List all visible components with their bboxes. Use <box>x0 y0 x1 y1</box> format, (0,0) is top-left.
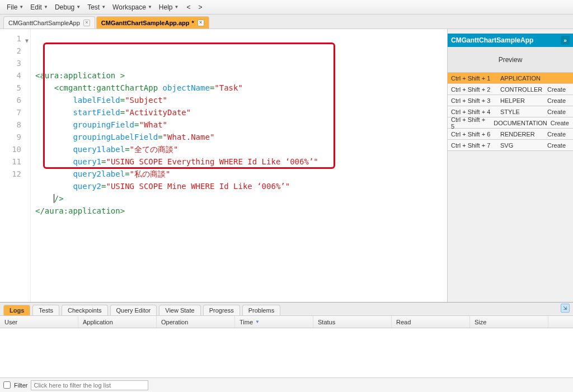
shortcut-label: Ctrl + Shift + 1 <box>451 75 497 82</box>
bundle-label: APPLICATION <box>500 75 544 82</box>
bundle-label: RENDERER <box>500 131 544 138</box>
dropdown-arrow-icon: ▼ <box>19 4 24 10</box>
log-column-user[interactable]: User <box>0 316 78 328</box>
code-line: labelField="Subject" <box>35 94 443 106</box>
bottom-tab-view-state[interactable]: View State <box>159 305 200 315</box>
bundle-label: HELPER <box>500 97 544 104</box>
log-column-status[interactable]: Status <box>313 316 392 328</box>
close-tab-icon[interactable]: × <box>198 20 204 26</box>
dirty-indicator: * <box>191 20 194 26</box>
editor-tab[interactable]: CMGanttChartSampleApp× <box>3 16 95 29</box>
side-panel-title-text: CMGanttChartSampleApp <box>451 36 533 44</box>
line-number: 4 <box>0 69 30 82</box>
bundle-item-helper[interactable]: Ctrl + Shift + 3HELPERCreate <box>448 95 573 106</box>
line-number: 7 <box>0 106 30 119</box>
code-editor[interactable]: ▼ 123456789101112 <aura:application > <c… <box>0 29 448 302</box>
menu-workspace[interactable]: Workspace▼ <box>109 2 156 13</box>
code-line: startField="ActivityDate" <box>35 106 443 119</box>
bundle-label: DOCUMENTATION <box>494 120 547 126</box>
code-line: query2label="私の商談" <box>35 168 443 180</box>
bottom-tab-checkpoints[interactable]: Checkpoints <box>62 305 108 315</box>
tab-label: CMGanttChartSampleApp <box>8 20 80 26</box>
code-line: <aura:application > <box>35 69 443 82</box>
shortcut-label: Ctrl + Shift + 4 <box>451 108 497 115</box>
dropdown-arrow-icon: ▼ <box>44 4 48 10</box>
line-number: 3 <box>0 57 30 69</box>
code-line: groupingLabelField="What.Name" <box>35 131 443 143</box>
bundle-item-svg[interactable]: Ctrl + Shift + 7SVGCreate <box>448 140 573 151</box>
code-line: query1label="全ての商談" <box>35 143 443 155</box>
editor-tab-bar: CMGanttChartSampleApp×CMGanttChartSample… <box>0 15 573 29</box>
dropdown-arrow-icon: ▼ <box>76 4 81 10</box>
bundle-label: CONTROLLER <box>500 86 544 93</box>
menu-file[interactable]: File▼ <box>3 2 27 13</box>
dropdown-arrow-icon: ▼ <box>175 4 179 10</box>
shortcut-label: Ctrl + Shift + 5 <box>451 116 490 130</box>
code-line: </aura:application> <box>35 205 443 217</box>
bottom-tab-logs[interactable]: Logs <box>3 305 30 315</box>
code-area[interactable]: <aura:application > <cmgantt:ganttChartA… <box>31 29 447 302</box>
code-line: query1="USING SCOPE Everything WHERE Id … <box>35 155 443 168</box>
log-column-size[interactable]: Size <box>470 316 548 328</box>
nav-back-button[interactable]: < <box>183 2 194 13</box>
code-line: groupingField="What" <box>35 119 443 131</box>
editor-tab[interactable]: CMGanttChartSampleApp.app*× <box>96 16 209 29</box>
bottom-panel: LogsTestsCheckpointsQuery EditorView Sta… <box>0 302 573 392</box>
bottom-tab-tests[interactable]: Tests <box>32 305 59 315</box>
line-number: 6 <box>0 94 30 106</box>
bundle-label: SVG <box>500 142 544 149</box>
line-number: 10 <box>0 143 30 155</box>
line-number: 11 <box>0 155 30 168</box>
panel-options-icon[interactable]: ⇲ <box>561 304 570 313</box>
create-link[interactable]: Create <box>547 108 570 115</box>
bundle-label: STYLE <box>500 108 544 115</box>
line-number: 12 <box>0 168 30 180</box>
filter-label: Filter <box>14 382 27 389</box>
create-link[interactable]: Create <box>547 86 570 93</box>
log-column-operation[interactable]: Operation <box>157 316 235 328</box>
bundle-item-renderer[interactable]: Ctrl + Shift + 6RENDERERCreate <box>448 129 573 140</box>
log-table-body <box>0 328 573 377</box>
close-tab-icon[interactable]: × <box>83 20 90 26</box>
filter-input[interactable] <box>31 380 148 390</box>
create-link[interactable]: Create <box>547 97 570 104</box>
menu-debug[interactable]: Debug▼ <box>51 2 84 13</box>
menu-test[interactable]: Test▼ <box>84 2 109 13</box>
menu-edit[interactable]: Edit▼ <box>27 2 51 13</box>
code-line: /> <box>35 192 443 205</box>
filter-bar: Filter <box>0 377 573 392</box>
create-link[interactable]: Create <box>547 131 570 138</box>
shortcut-label: Ctrl + Shift + 2 <box>451 86 497 93</box>
log-column-read[interactable]: Read <box>392 316 470 328</box>
shortcut-label: Ctrl + Shift + 3 <box>451 97 497 104</box>
line-number: 8 <box>0 119 30 131</box>
bottom-tab-bar: LogsTestsCheckpointsQuery EditorView Sta… <box>0 303 573 316</box>
code-line: <cmgantt:ganttChartApp objectName="Task" <box>35 82 443 94</box>
nav-forward-button[interactable]: > <box>195 2 205 13</box>
line-number: 5 <box>0 82 30 94</box>
bundle-list: Ctrl + Shift + 1APPLICATIONCtrl + Shift … <box>448 73 573 151</box>
bundle-item-controller[interactable]: Ctrl + Shift + 2CONTROLLERCreate <box>448 84 573 95</box>
menu-help[interactable]: Help▼ <box>156 2 182 13</box>
bottom-tab-problems[interactable]: Problems <box>242 305 280 315</box>
log-column-time[interactable]: Time▼ <box>235 316 313 328</box>
bundle-item-application[interactable]: Ctrl + Shift + 1APPLICATION <box>448 73 573 84</box>
dropdown-arrow-icon: ▼ <box>101 4 106 10</box>
code-line: query2="USING SCOPE Mine WHERE Id Like ‘… <box>35 180 443 192</box>
line-gutter: ▼ 123456789101112 <box>0 29 31 302</box>
bottom-tab-query-editor[interactable]: Query Editor <box>110 305 157 315</box>
preview-button[interactable]: Preview <box>448 47 573 73</box>
log-column-application[interactable]: Application <box>78 316 157 328</box>
side-panel-title: CMGanttChartSampleApp » <box>448 34 573 47</box>
create-link[interactable]: Create <box>547 142 570 149</box>
fold-toggle-icon[interactable]: ▼ <box>25 35 29 47</box>
dropdown-arrow-icon: ▼ <box>148 4 152 10</box>
expand-icon[interactable]: » <box>561 36 570 45</box>
tab-label: CMGanttChartSampleApp.app <box>101 20 190 26</box>
bottom-tab-progress[interactable]: Progress <box>203 305 240 315</box>
log-table-header: UserApplicationOperationTime▼StatusReadS… <box>0 316 573 328</box>
filter-checkbox[interactable] <box>3 381 11 389</box>
bundle-item-documentation[interactable]: Ctrl + Shift + 5DOCUMENTATIONCreate <box>448 117 573 129</box>
shortcut-label: Ctrl + Shift + 6 <box>451 131 497 138</box>
create-link[interactable]: Create <box>551 120 570 126</box>
